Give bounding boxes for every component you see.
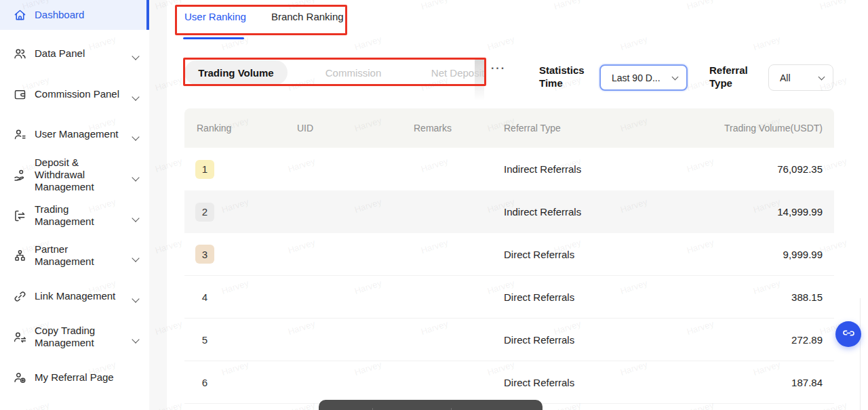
col-ranking: Ranking <box>184 123 285 134</box>
sidebar-item-trading-management[interactable]: Trading Management <box>0 198 149 233</box>
content-edge-line <box>860 298 861 410</box>
sidebar-item-user-management[interactable]: User Management <box>0 119 149 149</box>
org-chart-icon <box>12 248 27 263</box>
table-row: 1 Indirect Referrals 76,092.35 <box>184 148 834 190</box>
sidebar-item-copy-trading[interactable]: Copy Trading Management <box>0 319 149 354</box>
chevron-down-icon <box>133 333 138 345</box>
trading-volume-cell: 388.15 <box>648 291 834 303</box>
active-tab-underline <box>183 37 244 39</box>
chevron-down-icon <box>133 292 138 304</box>
statistics-time-label: Statistics Time <box>539 64 588 90</box>
trading-volume-cell: 76,092.35 <box>648 163 834 175</box>
chevron-down-icon <box>133 90 138 102</box>
hand-coin-icon <box>12 167 27 182</box>
table-row: 6 Direct Referrals 187.84 <box>184 361 834 404</box>
active-indicator <box>146 0 149 30</box>
subtab-trading-volume[interactable]: Trading Volume <box>184 60 288 85</box>
sidebar-item-label: Commission Panel <box>35 88 120 100</box>
ranking-table: Ranking UID Remarks Referral Type Tradin… <box>184 108 834 404</box>
sidebar-item-dashboard[interactable]: Dashboard <box>0 0 149 30</box>
chevron-down-icon <box>133 211 138 224</box>
statistics-time-value: Last 90 D... <box>612 73 660 83</box>
sidebar-item-partner-management[interactable]: Partner Management <box>0 238 149 273</box>
rank-badge: 3 <box>195 245 214 264</box>
referral-type-cell: Indirect Referrals <box>492 206 648 218</box>
table-row: 3 Direct Referrals 9,999.99 <box>184 233 834 276</box>
main-content: User Ranking Branch Ranking Trading Volu… <box>167 0 868 410</box>
table-row: 5 Direct Referrals 272.89 <box>184 319 834 361</box>
chevron-down-icon <box>133 49 138 62</box>
link-icon <box>842 327 855 342</box>
user-list-icon <box>12 127 27 142</box>
sidebar-item-label: Dashboard <box>35 9 120 21</box>
rank-badge: 1 <box>195 160 214 179</box>
col-trading-volume: Trading Volume(USDT) <box>648 123 834 134</box>
referral-type-cell: Indirect Referrals <box>492 163 648 175</box>
viewer-toolbar: ‹ 2/12 › 80% <box>319 400 542 410</box>
chevron-down-icon <box>133 130 138 142</box>
referral-link-fab[interactable] <box>835 321 861 347</box>
rank-number: 4 <box>195 287 214 306</box>
ranking-tabs: User Ranking Branch Ranking <box>184 11 344 22</box>
user-plus-icon <box>12 370 27 385</box>
table-row: 2 Indirect Referrals 14,999.99 <box>184 190 834 233</box>
copy-trade-icon <box>12 329 27 344</box>
sidebar-item-label: User Management <box>35 128 120 140</box>
sidebar-content-gutter <box>149 0 167 410</box>
home-icon <box>12 7 27 22</box>
referral-type-cell: Direct Referrals <box>492 249 648 260</box>
col-uid: UID <box>285 123 401 134</box>
trading-volume-cell: 187.84 <box>648 377 834 388</box>
trading-volume-cell: 14,999.99 <box>648 206 834 218</box>
chevron-down-icon <box>672 73 679 80</box>
sidebar-item-my-referral-page[interactable]: My Referral Page <box>0 363 149 392</box>
referral-type-label: Referral Type <box>709 64 754 90</box>
sidebar-item-label: Link Management <box>35 290 120 302</box>
rank-number: 5 <box>195 330 214 349</box>
sidebar-item-label: Partner Management <box>35 243 120 268</box>
sidebar-item-label: Trading Management <box>35 203 120 228</box>
chevron-down-icon <box>133 171 138 183</box>
referral-type-select[interactable]: All <box>768 64 833 91</box>
subtab-commission[interactable]: Commission <box>305 67 401 79</box>
tab-branch-ranking[interactable]: Branch Ranking <box>271 11 344 22</box>
referral-type-cell: Direct Referrals <box>492 291 648 303</box>
sidebar-item-label: Copy Trading Management <box>35 325 120 350</box>
more-subtabs-button[interactable]: ··· <box>491 62 506 75</box>
chevron-down-icon <box>133 251 138 264</box>
subtab-scroll-shadow <box>475 59 484 108</box>
sidebar-item-deposit-withdrawal[interactable]: Deposit & Withdrawal Management <box>0 152 149 197</box>
metric-subtabs: Trading Volume Commission Net Deposit <box>184 59 506 86</box>
sidebar-item-label: My Referral Page <box>35 371 120 384</box>
col-referral-type: Referral Type <box>492 123 648 134</box>
sidebar-item-data-panel[interactable]: Data Panel <box>0 39 149 68</box>
sidebar-item-link-management[interactable]: Link Management <box>0 281 149 311</box>
page: Dashboard Data Panel Commission Panel <box>0 0 868 410</box>
tab-user-ranking[interactable]: User Ranking <box>184 11 246 22</box>
rank-number: 6 <box>195 373 214 392</box>
table-row: 4 Direct Referrals 388.15 <box>184 276 834 319</box>
trading-volume-cell: 272.89 <box>648 334 834 346</box>
wallet-icon <box>12 87 27 102</box>
rank-badge: 2 <box>195 203 214 222</box>
sidebar-item-label: Data Panel <box>35 47 120 60</box>
table-header: Ranking UID Remarks Referral Type Tradin… <box>184 108 834 148</box>
trading-volume-cell: 9,999.99 <box>648 249 834 260</box>
sidebar: Dashboard Data Panel Commission Panel <box>0 0 149 410</box>
sidebar-item-label: Deposit & Withdrawal Management <box>35 157 120 194</box>
statistics-time-select[interactable]: Last 90 D... <box>599 64 688 91</box>
referral-type-value: All <box>780 73 791 83</box>
sidebar-item-commission-panel[interactable]: Commission Panel <box>0 79 149 109</box>
referral-type-cell: Direct Referrals <box>492 334 648 346</box>
transfer-icon <box>12 208 27 223</box>
link-icon <box>12 289 27 304</box>
users-icon <box>12 46 27 61</box>
col-remarks: Remarks <box>401 123 492 134</box>
referral-type-cell: Direct Referrals <box>492 377 648 388</box>
chevron-down-icon <box>818 73 825 80</box>
